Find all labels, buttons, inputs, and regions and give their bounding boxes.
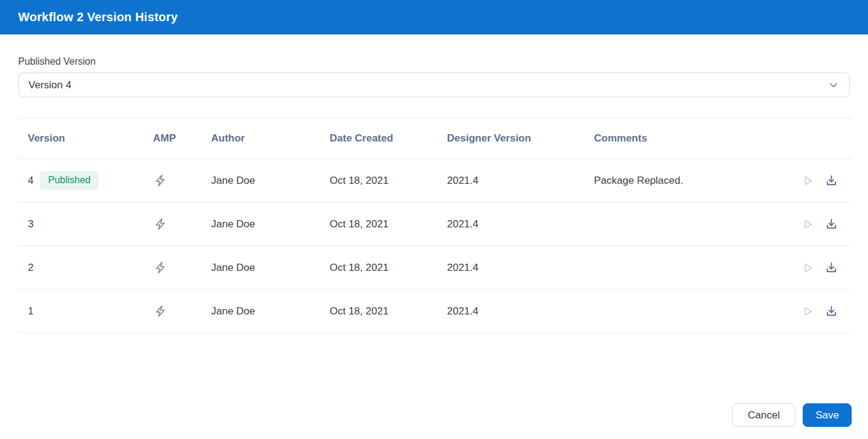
table-row: 2 Jane Doe Oct 18, 2021 2021.4	[18, 246, 852, 290]
designer-version-cell: 2021.4	[447, 305, 594, 317]
row-actions	[785, 261, 852, 275]
table-row: 1 Jane Doe Oct 18, 2021 2021.4	[18, 290, 852, 333]
published-badge: Published	[41, 172, 97, 189]
version-cell: 3	[28, 218, 153, 230]
comments-cell: Package Replaced.	[594, 175, 785, 187]
author-cell: Jane Doe	[211, 305, 330, 317]
designer-version-cell: 2021.4	[447, 218, 594, 230]
play-button[interactable]	[801, 174, 814, 187]
play-button[interactable]	[801, 218, 814, 231]
download-icon	[824, 304, 838, 318]
play-icon	[801, 174, 814, 187]
amp-cell	[153, 260, 211, 275]
download-button[interactable]	[824, 261, 838, 275]
dialog-title: Workflow 2 Version History	[18, 10, 178, 24]
table-body: 4 Published Jane Doe Oct 18, 2021 2021.4…	[18, 159, 852, 333]
column-header-version: Version	[28, 132, 153, 145]
lightning-bolt-icon	[153, 260, 168, 275]
column-header-comments: Comments	[594, 132, 785, 145]
lightning-bolt-icon	[153, 173, 168, 188]
designer-version-cell: 2021.4	[447, 262, 594, 274]
row-actions	[785, 304, 852, 318]
published-version-field: Published Version Version 4	[18, 56, 850, 97]
published-version-value: Version 4	[28, 79, 71, 91]
version-cell: 1	[28, 305, 153, 317]
column-header-author: Author	[211, 132, 330, 145]
version-cell: 4 Published	[28, 172, 153, 189]
version-history-table: Version AMP Author Date Created Designer…	[18, 118, 852, 333]
version-number: 1	[28, 305, 33, 317]
date-created-cell: Oct 18, 2021	[330, 218, 447, 230]
spacer	[0, 333, 868, 403]
published-version-label: Published Version	[18, 56, 850, 67]
designer-version-cell: 2021.4	[447, 175, 594, 187]
play-icon	[801, 261, 814, 275]
row-actions	[785, 174, 852, 187]
play-button[interactable]	[801, 305, 814, 318]
chevron-down-icon	[827, 79, 840, 91]
row-actions	[785, 217, 852, 231]
column-header-date-created: Date Created	[330, 132, 447, 145]
amp-cell	[153, 216, 211, 232]
amp-cell	[153, 173, 211, 188]
version-number: 3	[28, 218, 33, 230]
table-row: 3 Jane Doe Oct 18, 2021 2021.4	[18, 203, 852, 246]
table-row: 4 Published Jane Doe Oct 18, 2021 2021.4…	[18, 159, 852, 203]
save-button[interactable]: Save	[803, 403, 852, 427]
dialog-footer: Cancel Save	[0, 403, 868, 439]
author-cell: Jane Doe	[211, 175, 330, 187]
date-created-cell: Oct 18, 2021	[330, 305, 447, 317]
cancel-button[interactable]: Cancel	[732, 403, 795, 427]
play-button[interactable]	[801, 261, 814, 275]
author-cell: Jane Doe	[211, 218, 330, 230]
lightning-bolt-icon	[153, 216, 168, 232]
version-number: 2	[28, 262, 33, 274]
table-header-row: Version AMP Author Date Created Designer…	[18, 119, 852, 159]
dialog-header: Workflow 2 Version History	[0, 0, 868, 34]
download-button[interactable]	[824, 174, 838, 187]
column-header-designer-version: Designer Version	[447, 132, 594, 145]
column-header-amp: AMP	[153, 132, 211, 145]
download-icon	[824, 261, 838, 275]
download-icon	[824, 174, 838, 187]
download-icon	[824, 217, 838, 231]
amp-cell	[153, 304, 211, 319]
play-icon	[801, 305, 814, 318]
download-button[interactable]	[824, 217, 838, 231]
date-created-cell: Oct 18, 2021	[330, 262, 447, 274]
author-cell: Jane Doe	[211, 262, 330, 274]
date-created-cell: Oct 18, 2021	[330, 175, 447, 187]
lightning-bolt-icon	[153, 304, 168, 319]
version-cell: 2	[28, 262, 153, 274]
published-version-select[interactable]: Version 4	[18, 73, 850, 97]
version-number: 4	[28, 175, 33, 187]
play-icon	[801, 218, 814, 231]
download-button[interactable]	[824, 304, 838, 318]
